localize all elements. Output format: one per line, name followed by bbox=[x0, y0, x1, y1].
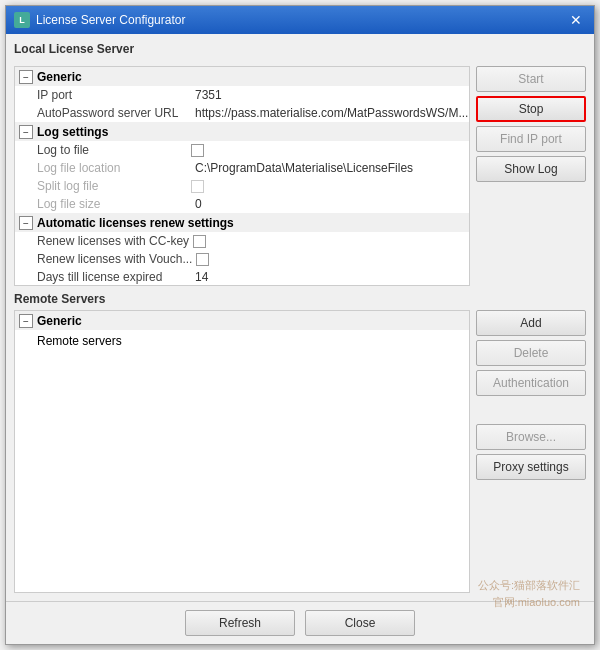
log-settings-label: Log settings bbox=[37, 125, 108, 139]
right-buttons-top: Start Stop Find IP port Show Log bbox=[476, 66, 586, 286]
remote-panel-wrapper: − Generic Remote servers Add Delete Auth… bbox=[14, 310, 586, 593]
start-button[interactable]: Start bbox=[476, 66, 586, 92]
ip-port-label: IP port bbox=[37, 88, 187, 102]
generic-collapse-btn[interactable]: − bbox=[19, 70, 33, 84]
close-button[interactable]: Close bbox=[305, 610, 415, 636]
renew-vouch-row: Renew licenses with Vouch... bbox=[15, 250, 469, 268]
log-file-size-value: 0 bbox=[195, 197, 202, 211]
right-buttons-bottom: Add Delete Authentication Browse... Prox… bbox=[476, 310, 586, 593]
split-log-file-label: Split log file bbox=[37, 179, 187, 193]
refresh-button[interactable]: Refresh bbox=[185, 610, 295, 636]
log-file-size-label: Log file size bbox=[37, 197, 187, 211]
title-bar: L License Server Configurator ✕ bbox=[6, 6, 594, 34]
remote-generic-header: − Generic bbox=[15, 311, 469, 330]
remote-servers-label: Remote servers bbox=[37, 334, 122, 348]
remote-section-title: Remote Servers bbox=[14, 292, 586, 306]
proxy-settings-button[interactable]: Proxy settings bbox=[476, 454, 586, 480]
remote-tree-panel[interactable]: − Generic Remote servers bbox=[14, 310, 470, 593]
find-ip-port-button[interactable]: Find IP port bbox=[476, 126, 586, 152]
log-file-location-value: C:\ProgramData\Materialise\LicenseFiles bbox=[195, 161, 413, 175]
renew-cc-row: Renew licenses with CC-key bbox=[15, 232, 469, 250]
renew-cc-checkbox[interactable] bbox=[193, 235, 206, 248]
app-icon: L bbox=[14, 12, 30, 28]
ip-port-row: IP port 7351 bbox=[15, 86, 469, 104]
ip-port-value: 7351 bbox=[195, 88, 222, 102]
content-area: Local License Server − Generic IP port 7… bbox=[6, 34, 594, 601]
autopassword-value: https://pass.materialise.com/MatPassword… bbox=[195, 106, 468, 120]
log-to-file-label: Log to file bbox=[37, 143, 187, 157]
auto-renew-section-header: − Automatic licenses renew settings bbox=[15, 213, 469, 232]
renew-vouch-checkbox[interactable] bbox=[196, 253, 209, 266]
log-to-file-row: Log to file bbox=[15, 141, 469, 159]
split-log-file-row: Split log file bbox=[15, 177, 469, 195]
local-section-title: Local License Server bbox=[14, 42, 586, 56]
remote-generic-collapse-btn[interactable]: − bbox=[19, 314, 33, 328]
button-spacer bbox=[476, 400, 586, 420]
delete-button[interactable]: Delete bbox=[476, 340, 586, 366]
add-button[interactable]: Add bbox=[476, 310, 586, 336]
days-till-expire-value: 14 bbox=[195, 270, 208, 284]
split-log-file-checkbox[interactable] bbox=[191, 180, 204, 193]
top-section: − Generic IP port 7351 AutoPassword serv… bbox=[14, 66, 586, 286]
remote-tree: − Generic Remote servers bbox=[15, 311, 469, 592]
log-settings-collapse-btn[interactable]: − bbox=[19, 125, 33, 139]
generic-label: Generic bbox=[37, 70, 82, 84]
generic-section-header: − Generic bbox=[15, 67, 469, 86]
log-to-file-checkbox[interactable] bbox=[191, 144, 204, 157]
authentication-button[interactable]: Authentication bbox=[476, 370, 586, 396]
footer: Refresh Close bbox=[6, 601, 594, 644]
stop-button[interactable]: Stop bbox=[476, 96, 586, 122]
days-till-expire-row: Days till license expired 14 bbox=[15, 268, 469, 286]
renew-cc-label: Renew licenses with CC-key bbox=[37, 234, 189, 248]
log-file-location-row: Log file location C:\ProgramData\Materia… bbox=[15, 159, 469, 177]
window-title: License Server Configurator bbox=[36, 13, 566, 27]
main-window: L License Server Configurator ✕ Local Li… bbox=[5, 5, 595, 645]
show-log-button[interactable]: Show Log bbox=[476, 156, 586, 182]
autopassword-row: AutoPassword server URL https://pass.mat… bbox=[15, 104, 469, 122]
remote-generic-label: Generic bbox=[37, 314, 82, 328]
remote-servers-row: Remote servers bbox=[15, 330, 469, 352]
auto-renew-collapse-btn[interactable]: − bbox=[19, 216, 33, 230]
autopassword-label: AutoPassword server URL bbox=[37, 106, 187, 120]
browse-button[interactable]: Browse... bbox=[476, 424, 586, 450]
days-till-expire-label: Days till license expired bbox=[37, 270, 187, 284]
local-tree-panel[interactable]: − Generic IP port 7351 AutoPassword serv… bbox=[14, 66, 470, 286]
log-file-size-row: Log file size 0 bbox=[15, 195, 469, 213]
log-file-location-label: Log file location bbox=[37, 161, 187, 175]
bottom-section: Remote Servers − Generic Remote servers bbox=[14, 292, 586, 593]
close-window-button[interactable]: ✕ bbox=[566, 10, 586, 30]
log-settings-section-header: − Log settings bbox=[15, 122, 469, 141]
renew-vouch-label: Renew licenses with Vouch... bbox=[37, 252, 192, 266]
auto-renew-label: Automatic licenses renew settings bbox=[37, 216, 234, 230]
